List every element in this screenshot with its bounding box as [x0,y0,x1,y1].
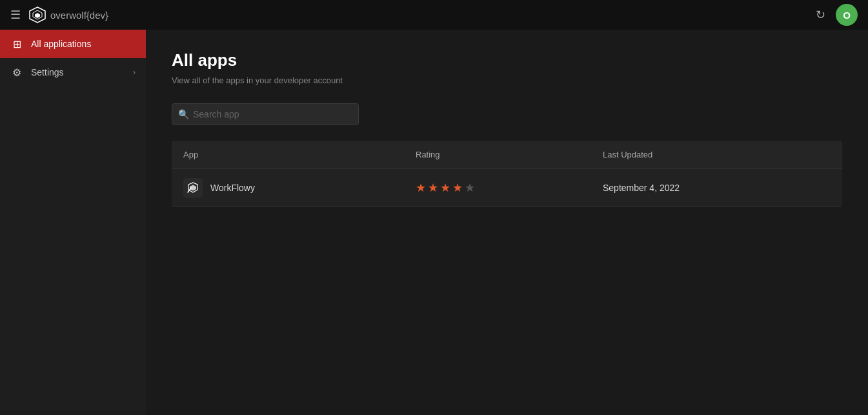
apps-grid-icon: ⊞ [10,38,23,50]
chevron-right-icon: › [133,68,136,77]
hamburger-icon[interactable]: ☰ [10,8,21,22]
sidebar-item-label: All applications [31,39,136,49]
app-icon [183,178,203,197]
table-body: WorkFlowy ★ ★ ★ ★ ★ September 4, 2022 [172,169,842,207]
column-header-rating: Rating [404,141,591,169]
topbar-left: ☰ overwolf{dev} [10,6,108,24]
search-icon: 🔍 [178,109,189,119]
page-title: All apps [172,50,842,70]
sidebar: ⊞ All applications ⚙ Settings › [0,30,146,415]
topbar-right: ↻ O [816,4,858,26]
column-header-app: App [172,141,404,169]
star-4: ★ [452,181,463,195]
logo: overwolf{dev} [28,6,108,24]
app-name: WorkFlowy [210,183,255,193]
gear-icon: ⚙ [10,66,23,79]
sidebar-item-label: Settings [31,67,125,77]
overwolf-logo-icon [28,6,46,24]
search-container: 🔍 [172,103,359,125]
star-2: ★ [428,181,438,195]
sidebar-item-all-applications[interactable]: ⊞ All applications [0,30,146,58]
table-row[interactable]: WorkFlowy ★ ★ ★ ★ ★ September 4, 2022 [172,169,842,207]
rating-cell: ★ ★ ★ ★ ★ [404,169,591,207]
svg-marker-2 [35,13,40,18]
logo-text: overwolf{dev} [50,10,108,21]
star-3: ★ [440,181,450,195]
app-cell: WorkFlowy [172,169,404,207]
stars-container: ★ ★ ★ ★ ★ [416,181,580,195]
main-content: All apps View all of the apps in your de… [146,30,868,415]
star-1: ★ [416,181,426,195]
page-subtitle: View all of the apps in your developer a… [172,76,842,85]
column-header-last-updated: Last Updated [591,141,842,169]
last-updated-cell: September 4, 2022 [591,169,842,207]
refresh-icon[interactable]: ↻ [816,8,825,22]
search-input[interactable] [172,103,359,125]
sidebar-item-settings[interactable]: ⚙ Settings › [0,58,146,86]
avatar[interactable]: O [836,4,858,26]
table-header: App Rating Last Updated [172,141,842,169]
apps-table: App Rating Last Updated [172,141,842,207]
star-5: ★ [465,181,475,195]
topbar: ☰ overwolf{dev} ↻ O [0,0,868,30]
